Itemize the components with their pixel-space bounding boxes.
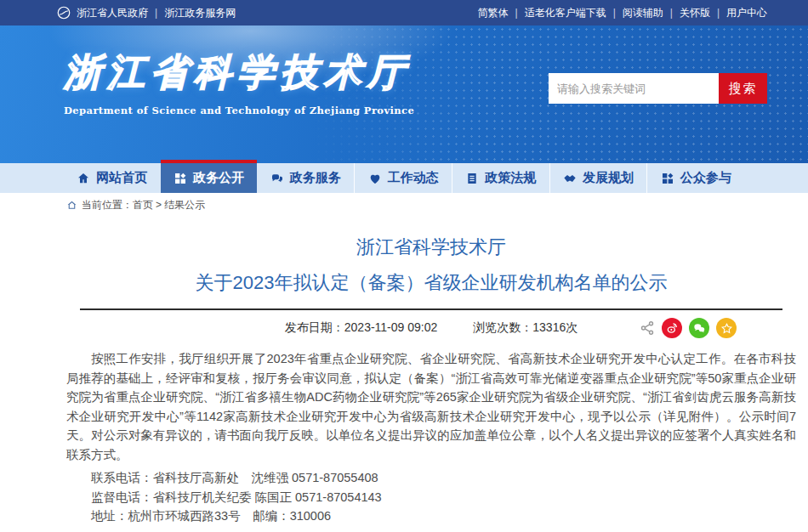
nav-label: 网站首页 (96, 170, 147, 186)
link-gov-service-site[interactable]: 浙江政务服务网 (148, 6, 236, 20)
address-line: 地址：杭州市环城西路33号 邮编：310006 (66, 507, 796, 526)
document-icon (465, 172, 479, 185)
link-simplified-traditional[interactable]: 简繁体 (478, 6, 509, 20)
link-care-version[interactable]: 关怀版 (663, 6, 710, 20)
nav-item-public-participation[interactable]: 公众参与 (646, 163, 744, 193)
topbar-right-links: 简繁体 适老化客户端下载 阅读辅助 关怀版 用户中心 (478, 6, 768, 20)
top-utility-bar: 浙江省人民政府 浙江政务服务网 简繁体 适老化客户端下载 阅读辅助 关怀版 用户… (0, 0, 808, 25)
nav-item-government-services[interactable]: 政务服务 (257, 163, 354, 193)
seal-icon (174, 172, 187, 185)
nav-item-government-affairs-disclosure[interactable]: 政务公开 (161, 163, 258, 193)
supervision-phone: 监督电话：省科技厅机关纪委 陈国正 0571-87054143 (66, 488, 796, 507)
article-paragraph: 按照工作安排，我厅组织开展了2023年省重点企业研究院、省企业研究院、省高新技术… (66, 349, 796, 464)
view-count-label: 浏览次数： (473, 320, 532, 334)
nav-item-policies-regulations[interactable]: 政策法规 (452, 163, 549, 193)
site-identity[interactable]: 浙江省科学技术厅 Department of Science and Techn… (64, 48, 414, 116)
breadcrumb-home[interactable]: 首页 (133, 198, 153, 212)
wechat-icon[interactable] (689, 318, 709, 338)
search-input[interactable] (549, 73, 719, 104)
contact-info: 联系电话：省科技厅高新处 沈维强 0571-87055408 监督电话：省科技厅… (66, 468, 796, 526)
nav-item-home[interactable]: 网站首页 (64, 163, 161, 193)
link-elderly-client-download[interactable]: 适老化客户端下载 (509, 6, 606, 20)
site-search: 搜索 (549, 73, 767, 104)
home-small-icon (66, 200, 77, 211)
nav-label: 公众参与 (680, 170, 731, 186)
breadcrumb: 当前位置： 首页 > 结果公示 (0, 193, 808, 217)
nav-item-work-updates[interactable]: 工作动态 (354, 163, 452, 193)
site-title-english: Department of Science and Technology of … (64, 105, 414, 116)
nav-label: 政务服务 (290, 170, 341, 186)
article-title-line1: 浙江省科学技术厅 (66, 230, 796, 264)
government-emblem-icon (56, 5, 71, 20)
site-banner: 浙江省科学技术厅 Department of Science and Techn… (0, 25, 808, 163)
article-meta: 发布日期：2023-11-09 09:02 浏览次数：13316次 (66, 310, 796, 346)
share-bar (640, 318, 737, 338)
article-title-line2: 关于2023年拟认定（备案）省级企业研发机构名单的公示 (66, 266, 796, 300)
main-navigation: 网站首页 政务公开 政务服务 工作动态 政策法规 (0, 163, 808, 193)
nav-label: 工作动态 (388, 170, 439, 186)
nav-label: 发展规划 (583, 170, 634, 186)
heart-icon (368, 172, 382, 185)
search-button[interactable]: 搜索 (719, 73, 767, 104)
publish-date: 发布日期：2023-11-09 09:02 (285, 320, 438, 336)
nav-label: 政策法规 (485, 170, 536, 186)
participation-seal-icon (661, 172, 674, 185)
breadcrumb-prefix: 当前位置： (82, 198, 133, 212)
contact-phone: 联系电话：省科技厅高新处 沈维强 0571-87055408 (66, 468, 796, 488)
weibo-icon[interactable] (662, 318, 682, 338)
home-icon (77, 172, 90, 185)
link-provincial-government[interactable]: 浙江省人民政府 (77, 6, 148, 20)
nav-label: 政务公开 (193, 170, 244, 186)
topbar-left-links: 浙江省人民政府 浙江政务服务网 (56, 5, 236, 20)
breadcrumb-separator: > (156, 199, 162, 211)
qzone-star-icon[interactable] (716, 318, 737, 338)
article-content: 浙江省科学技术厅 关于2023年拟认定（备案）省级企业研发机构名单的公示 发布日… (66, 230, 796, 532)
chat-icon (270, 172, 284, 185)
publish-date-label: 发布日期： (285, 320, 344, 334)
link-reading-assist[interactable]: 阅读辅助 (606, 6, 663, 20)
breadcrumb-current: 结果公示 (164, 198, 205, 212)
link-user-center[interactable]: 用户中心 (710, 6, 767, 20)
nav-item-development-planning[interactable]: 发展规划 (549, 163, 647, 193)
handshake-icon (563, 172, 577, 185)
site-title: 浙江省科学技术厅 (64, 48, 414, 98)
publish-date-value: 2023-11-09 09:02 (344, 320, 438, 334)
view-count: 浏览次数：13316次 (473, 320, 578, 336)
view-count-value: 13316次 (532, 320, 578, 334)
share-icon[interactable] (640, 320, 655, 336)
